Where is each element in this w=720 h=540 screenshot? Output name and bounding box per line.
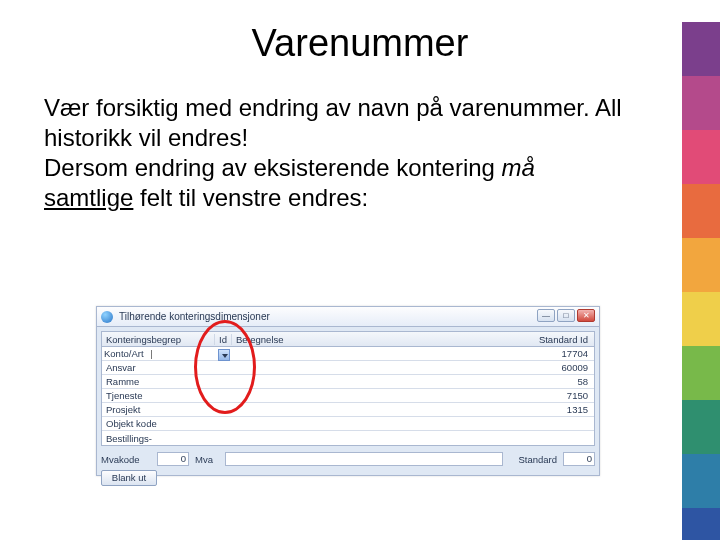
standard-label: Standard [509, 454, 557, 465]
blank-ut-button[interactable]: Blank ut [101, 470, 157, 486]
cell-standard-id: 7150 [492, 390, 594, 401]
table-row: Tjeneste 7150 [102, 389, 594, 403]
dialog-body: Konteringsbegrep Id Betegnelse Standard … [97, 327, 599, 490]
cell-label: Ansvar [102, 362, 232, 373]
body-line-2a: Dersom endring av eksisterende kontering [44, 154, 502, 181]
body-line-1: Vær forsiktig med endring av navn på var… [44, 94, 622, 151]
mvakode-input[interactable]: 0 [157, 452, 189, 466]
cell-label: Objekt kode [102, 418, 232, 429]
slide-title: Varenummer [0, 22, 720, 65]
dimensions-table: Konteringsbegrep Id Betegnelse Standard … [101, 331, 595, 446]
maximize-button[interactable]: □ [557, 309, 575, 322]
cell-standard-id: 60009 [492, 362, 594, 373]
cell-label: Konto/Art [104, 348, 144, 359]
table-header: Konteringsbegrep Id Betegnelse Standard … [102, 332, 594, 347]
table-row: Ramme 58 [102, 375, 594, 389]
close-button[interactable]: ✕ [577, 309, 595, 322]
minimize-button[interactable]: — [537, 309, 555, 322]
table-row: Bestillings- [102, 431, 594, 445]
cell-standard-id: 1315 [492, 404, 594, 415]
body-line-3a: samtlige [44, 184, 133, 211]
cell-label: Prosjekt [102, 404, 232, 415]
decorative-stripes [682, 22, 720, 540]
cell-label: Tjeneste [102, 390, 232, 401]
body-line-2b: må [502, 154, 535, 181]
slide-body: Vær forsiktig med endring av navn på var… [44, 93, 660, 213]
chevron-down-icon [218, 349, 230, 361]
header-betegnelse: Betegnelse [232, 334, 492, 345]
header-standard-id: Standard Id [492, 334, 594, 345]
cell-standard-id: 58 [492, 376, 594, 387]
app-icon [101, 311, 113, 323]
header-id: Id [214, 334, 232, 345]
mvakode-label: Mvakode [101, 454, 151, 465]
slide: Varenummer Vær forsiktig med endring av … [0, 22, 720, 540]
header-konteringsbegrep: Konteringsbegrep [102, 334, 214, 345]
cell-label: Bestillings- [102, 433, 232, 444]
table-row: Ansvar 60009 [102, 361, 594, 375]
body-line-3b: felt til venstre endres: [133, 184, 368, 211]
dialog-titlebar: Tilhørende konteringsdimensjoner — □ ✕ [97, 307, 599, 327]
dialog-window: Tilhørende konteringsdimensjoner — □ ✕ K… [96, 306, 600, 476]
cell-label: Ramme [102, 376, 232, 387]
table-row: Objekt kode [102, 417, 594, 431]
standard-input[interactable]: 0 [563, 452, 595, 466]
mva-input[interactable] [225, 452, 503, 466]
dialog-title: Tilhørende konteringsdimensjoner [119, 311, 270, 322]
table-row: Konto/Art | 17704 [102, 347, 594, 361]
bottom-row: Mvakode 0 Mva Standard 0 [101, 452, 595, 466]
mva-label: Mva [195, 454, 219, 465]
cell-standard-id: 17704 [492, 348, 594, 359]
window-controls: — □ ✕ [537, 309, 595, 322]
table-row: Prosjekt 1315 [102, 403, 594, 417]
konto-art-dropdown[interactable]: Konto/Art | [102, 348, 232, 359]
